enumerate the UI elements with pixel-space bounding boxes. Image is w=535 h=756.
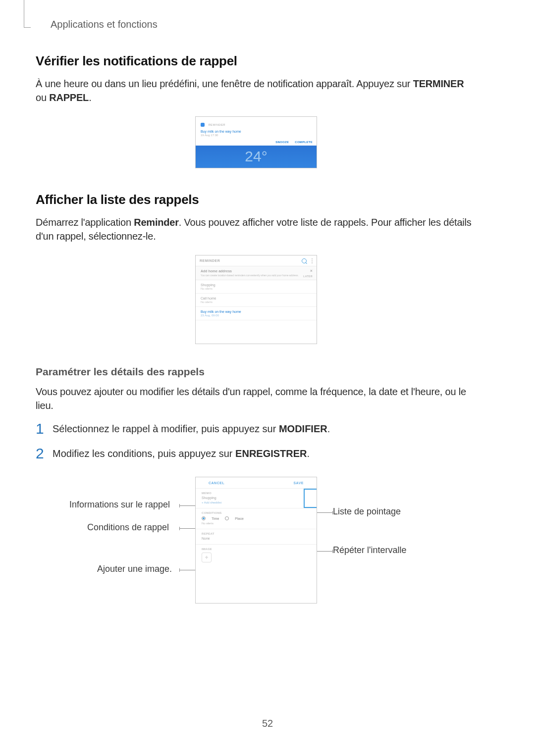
section1-body: À une heure ou dans un lieu prédéfini, u…: [36, 77, 477, 104]
fig2-title: REMINDER: [200, 259, 302, 262]
section2-body: Démarrez l'application Reminder. Vous po…: [36, 215, 477, 243]
figure2-reminder-list: REMINDER Add home address You can create…: [195, 255, 317, 344]
keyword-terminer: TERMINER: [413, 78, 464, 89]
list-item: Shopping No alerts: [196, 280, 317, 294]
temperature-widget: 24°: [196, 148, 317, 165]
keyword-rappel: RAPPEL: [49, 92, 89, 103]
figure3-callouts: Informations sur le rappel Conditions de…: [66, 477, 446, 604]
step-1: 1 Sélectionnez le rappel à modifier, pui…: [36, 421, 477, 436]
fig3-actions: CANCEL SAVE: [196, 477, 317, 488]
fig3-conditions-section: CONDITIONS Time Place No alerts: [196, 508, 317, 529]
step-text: Modifiez les conditions, puis appuyez su…: [53, 446, 310, 459]
section3-title: Paramétrer les détails des rappels: [36, 366, 477, 378]
conditions-label: CONDITIONS: [202, 511, 311, 514]
section1-title: Vérifier les notifications de rappel: [36, 53, 477, 69]
complete-action: COMPLETE: [295, 141, 313, 144]
section3-body: Vous pouvez ajouter ou modifier les déta…: [36, 385, 477, 412]
text: .: [89, 92, 91, 103]
corner-rule: [24, 0, 31, 28]
text: .: [307, 448, 310, 459]
cancel-action: CANCEL: [209, 481, 224, 485]
step-number: 1: [36, 421, 53, 436]
text: ou: [36, 92, 49, 103]
repeat-label: REPEAT: [202, 532, 311, 535]
repeat-value: None: [202, 537, 311, 540]
item-title: Call home: [201, 297, 312, 300]
list-item: Call home No alerts: [196, 294, 317, 307]
text: .: [327, 423, 330, 434]
memo-add-checklist: + Add checklist: [202, 501, 311, 504]
callout-image: Ajouter une image.: [97, 564, 172, 574]
page-content: Vérifier les notifications de rappel À u…: [36, 53, 477, 625]
keyword-modifier: MODIFIER: [279, 423, 327, 434]
text: Sélectionnez le rappel à modifier, puis …: [53, 423, 279, 434]
callout-conditions: Conditions de rappel: [87, 522, 169, 533]
callout-info: Informations sur le rappel: [69, 500, 170, 510]
memo-label: MEMO: [202, 492, 311, 495]
text: À une heure ou dans un lieu prédéfini, u…: [36, 78, 413, 89]
steps-list: 1 Sélectionnez le rappel à modifier, pui…: [36, 421, 477, 461]
tip-later: LATER: [303, 275, 313, 278]
keyword-reminder: Reminder: [134, 217, 179, 228]
callout-repeat: Répéter l'intervalle: [333, 545, 407, 555]
fig2-header: REMINDER: [196, 255, 317, 266]
notification-title: Buy milk on the way home: [201, 130, 312, 133]
fig3-memo-section: MEMO Shopping + Add checklist: [196, 488, 317, 508]
notification-time: 19 Aug 17:30: [201, 134, 312, 137]
checklist-highlight: [304, 489, 317, 508]
more-icon: [312, 258, 313, 263]
radio-time-icon: [202, 516, 206, 520]
radio-time-label: Time: [212, 517, 219, 520]
step-number: 2: [36, 446, 53, 461]
section2-title: Afficher la liste des rappels: [36, 192, 477, 207]
item-title: Shopping: [201, 283, 312, 287]
close-icon: ×: [310, 268, 313, 273]
fig3-image-section: IMAGE +: [196, 544, 317, 566]
image-label: IMAGE: [202, 548, 311, 551]
page-number: 52: [0, 718, 535, 729]
bell-icon: [201, 123, 205, 127]
breadcrumb: Applications et fonctions: [51, 19, 158, 30]
figure2-wrap: REMINDER Add home address You can create…: [36, 255, 477, 344]
figure3-edit-reminder: CANCEL SAVE MEMO Shopping + Add checklis…: [195, 477, 317, 604]
step-text: Sélectionnez le rappel à modifier, puis …: [53, 421, 330, 435]
notification-card: REMINDER Buy milk on the way home 19 Aug…: [196, 117, 317, 146]
item-sub: 23 Aug, 09:00: [201, 314, 312, 317]
radio-place-icon: [225, 516, 229, 520]
text: Modifiez les conditions, puis appuyez su…: [53, 448, 235, 459]
memo-value: Shopping: [202, 496, 311, 500]
tip-body: You can create location-based reminders …: [201, 274, 312, 277]
conditions-radios: Time Place: [202, 516, 311, 520]
figure1-wrap: REMINDER Buy milk on the way home 19 Aug…: [36, 116, 477, 170]
step-2: 2 Modifiez les conditions, puis appuyez …: [36, 446, 477, 461]
figure3-wrap: Informations sur le rappel Conditions de…: [36, 471, 477, 604]
text: Démarrez l'application: [36, 217, 134, 228]
callout-checklist: Liste de pointage: [333, 506, 401, 517]
keyword-enregistrer: ENREGISTRER: [235, 448, 307, 459]
snooze-action: SNOOZE: [275, 141, 289, 144]
conditions-sub: No alerts: [202, 522, 311, 525]
radio-place-label: Place: [235, 517, 244, 520]
fig3-repeat-section: REPEAT None: [196, 529, 317, 544]
tip-title: Add home address: [201, 269, 312, 273]
figure1-notification: REMINDER Buy milk on the way home 19 Aug…: [195, 116, 317, 168]
notification-actions: SNOOZE COMPLETE: [270, 141, 313, 144]
search-icon: [302, 258, 307, 263]
add-image-icon: +: [202, 553, 212, 562]
item-title: Buy milk on the way home: [201, 310, 312, 313]
item-sub: No alerts: [201, 301, 312, 303]
fig2-tip-card: Add home address You can create location…: [196, 266, 317, 280]
save-action: SAVE: [293, 481, 304, 485]
list-item: Buy milk on the way home 23 Aug, 09:00: [196, 307, 317, 320]
item-sub: No alerts: [201, 287, 312, 290]
notification-app: REMINDER: [208, 123, 225, 126]
